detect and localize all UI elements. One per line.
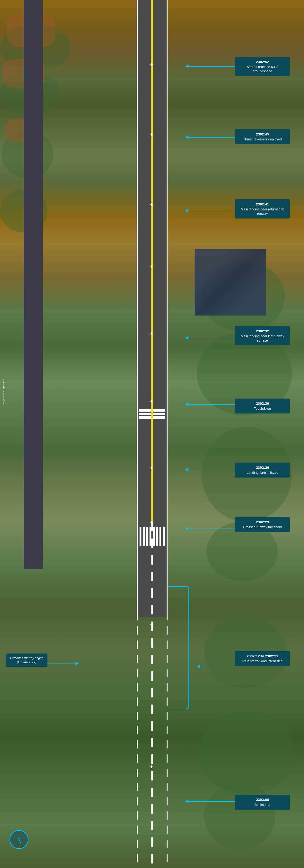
connector-rain	[200, 666, 235, 667]
aircraft-icon-6: ✈	[149, 399, 154, 405]
event-desc-touchdown: Touchdown	[254, 407, 271, 410]
centerline-solid	[151, 0, 153, 522]
arrowhead-gear-returned	[185, 209, 188, 213]
event-time-minimums: 2302:08	[239, 798, 286, 802]
terrain-patch	[199, 712, 294, 795]
arrowhead-gear-left	[185, 336, 188, 340]
extended-runway-brace	[168, 586, 189, 709]
event-label-threshold: 2302:23 Crossed runway threshold	[235, 517, 290, 532]
connector-extended	[48, 663, 76, 664]
arrowhead-rain	[197, 665, 200, 669]
event-label-gear-returned: 2302:41 Main landing gear returned to ru…	[235, 199, 290, 218]
aircraft-icon-10: ✈	[149, 764, 154, 770]
connector-thrust	[188, 137, 235, 137]
connector-flare	[188, 470, 235, 470]
event-time-gear-returned: 2302:41	[239, 202, 286, 206]
extended-edge-right	[166, 569, 168, 868]
centerline-dashed	[151, 522, 153, 868]
event-label-flare: 2302:26 Landing flare initiated	[235, 463, 290, 477]
event-label-gear-left: 2302:32 Main landing gear left runway su…	[235, 326, 290, 345]
event-time-gear-left: 2302:32	[239, 329, 286, 333]
arrowhead-thrust	[185, 135, 188, 139]
map-container: ✈ ✈ ✈ ✈ ✈ ✈ ✈ ✈ ✈ ✈ 2302:52 Aircraft rea…	[0, 0, 304, 868]
connector-threshold	[188, 529, 235, 529]
event-time-60kt: 2302:52	[239, 60, 286, 64]
arrowhead-60kt	[185, 64, 188, 68]
connector-minimums	[188, 801, 235, 802]
aircraft-icon-9: ✈	[149, 622, 154, 628]
copyright-text: Image © 2017 DigitalGlobe	[2, 379, 5, 404]
aircraft-icon-3: ✈	[149, 202, 154, 208]
event-label-minimums: 2302:08 Minimums	[235, 795, 290, 810]
extended-edge-left	[137, 569, 138, 868]
connector-gear-left	[188, 338, 235, 338]
event-desc-rain: Rain started and intensified	[242, 659, 283, 663]
aircraft-icon-5: ✈	[149, 331, 154, 337]
connector-touchdown	[188, 404, 235, 405]
event-desc-thrust: Thrust reversers deployed	[243, 137, 282, 141]
event-time-threshold: 2302:23	[239, 520, 286, 524]
event-desc-gear-returned: Main landing gear returned to runway	[241, 207, 284, 215]
event-desc-minimums: Minimums	[255, 803, 270, 807]
arrowhead-flare	[185, 468, 188, 472]
arrowhead-minimums	[185, 800, 188, 803]
extended-runway-label: Extended runway edges (for reference)	[6, 654, 48, 667]
event-desc-gear-left: Main landing gear left runway surface	[241, 334, 284, 342]
aircraft-icon-2: ✈	[149, 132, 154, 138]
connector-60kt	[188, 66, 235, 67]
connector-gear-returned	[188, 211, 235, 211]
event-desc-flare: Landing flare initiated	[247, 471, 278, 474]
event-desc-threshold: Crossed runway threshold	[243, 525, 282, 529]
event-label-touchdown: 2302:30 Touchdown	[235, 399, 290, 413]
arrowhead-threshold	[185, 527, 188, 530]
aircraft-icon-1: ✈	[149, 62, 154, 68]
event-desc-60kt: Aircraft reached 60 kt groundspeed	[247, 65, 278, 73]
solar-panels	[194, 249, 266, 315]
terrain-patch	[204, 783, 275, 849]
event-label-60kt: 2302:52 Aircraft reached 60 kt groundspe…	[235, 57, 290, 76]
event-label-thrust: 2302:45 Thrust reversers deployed	[235, 129, 290, 144]
arrowhead-touchdown	[185, 402, 188, 406]
compass-arrow: ↑	[14, 833, 24, 846]
aircraft-icon-4: ✈	[149, 263, 154, 270]
event-time-touchdown: 2302:30	[239, 401, 286, 405]
aircraft-icon-8: ✈	[149, 520, 154, 526]
event-time-flare: 2302:26	[239, 465, 286, 469]
aircraft-icon-7: ✈	[149, 465, 154, 471]
runway-edge-line-right	[166, 0, 168, 617]
compass-rose: ↑	[9, 830, 28, 849]
event-label-rain: 2302:12 to 2302:21 Rain started and inte…	[235, 651, 290, 666]
runway-edge-line-left	[137, 0, 138, 617]
arrowhead-extended	[75, 662, 79, 665]
taxiway-left	[24, 0, 43, 569]
event-time-rain: 2302:12 to 2302:21	[239, 654, 286, 658]
event-time-thrust: 2302:45	[239, 132, 286, 136]
